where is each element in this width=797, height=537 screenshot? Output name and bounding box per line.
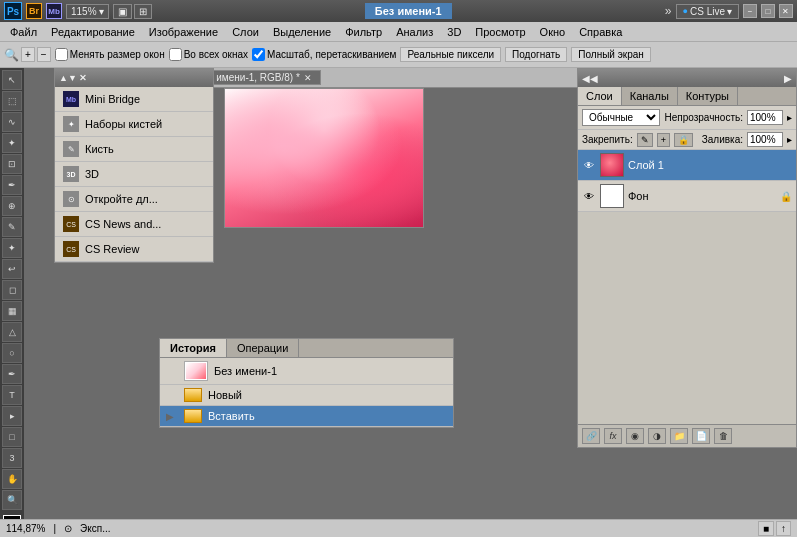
cs-live-dropdown[interactable]: ▾ (727, 6, 732, 17)
layer-thumb-rose-img (601, 154, 623, 176)
bridge-item-brush-sets[interactable]: ✦ Наборы кистей (55, 112, 213, 137)
layer-fx-button[interactable]: fx (604, 428, 622, 444)
tool-shape[interactable]: □ (2, 427, 22, 447)
tool-dodge[interactable]: ○ (2, 343, 22, 363)
tab-layers[interactable]: Слои (578, 87, 622, 105)
tool-history-brush[interactable]: ↩ (2, 259, 22, 279)
lock-pixels-icon[interactable]: ✎ (637, 133, 653, 147)
brush-sets-label: Наборы кистей (85, 118, 162, 130)
new-group-button[interactable]: 📁 (670, 428, 688, 444)
bridge-item-3d[interactable]: 3D 3D (55, 162, 213, 187)
tab-operations[interactable]: Операции (227, 339, 299, 357)
layer-mask-button[interactable]: ◉ (626, 428, 644, 444)
expand-arrow[interactable]: » (665, 4, 672, 18)
menu-filter[interactable]: Фильтр (339, 24, 388, 40)
menu-edit[interactable]: Редактирование (45, 24, 141, 40)
tool-eraser[interactable]: ◻ (2, 280, 22, 300)
tool-zoom[interactable]: 🔍 (2, 490, 22, 510)
tool-path-select[interactable]: ▸ (2, 406, 22, 426)
view-btn-2[interactable]: ⊞ (134, 4, 152, 19)
fill-scrubber[interactable]: ▸ (787, 134, 792, 145)
zoom-value: 115% (71, 6, 97, 17)
checkbox-all-windows[interactable]: Во всех окнах (169, 48, 248, 61)
tool-type[interactable]: T (2, 385, 22, 405)
bridge-item-open[interactable]: ⊙ Откройте дл... (55, 187, 213, 212)
zoom-control[interactable]: 115% ▾ (66, 4, 109, 19)
tool-hand[interactable]: ✋ (2, 469, 22, 489)
status-btn-2[interactable]: ↑ (776, 521, 791, 536)
tab-channels[interactable]: Каналы (622, 87, 678, 105)
minimize-button[interactable]: − (743, 4, 757, 18)
all-windows-checkbox[interactable] (169, 48, 182, 61)
bridge-item-mini-bridge[interactable]: Mb Mini Bridge (55, 87, 213, 112)
tool-pen[interactable]: ✒ (2, 364, 22, 384)
tool-lasso[interactable]: ∿ (2, 112, 22, 132)
tool-eyedropper[interactable]: ✒ (2, 175, 22, 195)
tool-marquee[interactable]: ⬚ (2, 91, 22, 111)
tool-3d[interactable]: 3 (2, 448, 22, 468)
checkbox-scrubby-zoom[interactable]: Масштаб, перетаскиванием (252, 48, 396, 61)
fullscreen-button[interactable]: Полный экран (571, 47, 651, 62)
layer-eye-0[interactable]: 👁 (582, 158, 596, 172)
scrubby-zoom-checkbox[interactable] (252, 48, 265, 61)
layer-eye-1[interactable]: 👁 (582, 189, 596, 203)
menu-select[interactable]: Выделение (267, 24, 337, 40)
cs-news-label: CS News and... (85, 218, 161, 230)
adjustment-button[interactable]: ◑ (648, 428, 666, 444)
link-layers-button[interactable]: 🔗 (582, 428, 600, 444)
delete-layer-button[interactable]: 🗑 (714, 428, 732, 444)
menu-help[interactable]: Справка (573, 24, 628, 40)
tool-clone[interactable]: ✦ (2, 238, 22, 258)
bridge-item-cs-news[interactable]: CS CS News and... (55, 212, 213, 237)
menu-window[interactable]: Окно (534, 24, 572, 40)
restore-button[interactable]: □ (761, 4, 775, 18)
tool-healing[interactable]: ⊕ (2, 196, 22, 216)
menu-analysis[interactable]: Анализ (390, 24, 439, 40)
tool-brush[interactable]: ✎ (2, 217, 22, 237)
zoom-out-icon[interactable]: − (37, 47, 51, 62)
layer-opacity-scrubber[interactable]: ▸ (787, 112, 792, 123)
layer-blend-select[interactable]: Обычные (582, 109, 660, 126)
layer-opacity-input[interactable] (747, 110, 783, 125)
cs-live-button[interactable]: ● CS Live ▾ (676, 4, 739, 19)
checkbox-resize-windows[interactable]: Менять размер окон (55, 48, 165, 61)
history-item-0[interactable]: Без имени-1 (160, 358, 453, 385)
menu-view[interactable]: Просмотр (469, 24, 531, 40)
new-layer-button[interactable]: 📄 (692, 428, 710, 444)
layer-item-1[interactable]: 👁 Фон 🔒 (578, 181, 796, 212)
tab-history[interactable]: История (160, 339, 227, 357)
tool-blur[interactable]: △ (2, 322, 22, 342)
tool-gradient[interactable]: ▦ (2, 301, 22, 321)
close-button[interactable]: ✕ (779, 4, 793, 18)
options-bar: 🔍 + − Менять размер окон Во всех окнах М… (0, 42, 797, 68)
lock-label: Закрепить: (582, 134, 633, 145)
menu-file[interactable]: Файл (4, 24, 43, 40)
layer-name-0: Слой 1 (628, 159, 792, 171)
zoom-dropdown-icon[interactable]: ▾ (99, 6, 104, 17)
resize-windows-checkbox[interactable] (55, 48, 68, 61)
zoom-in-icon[interactable]: + (21, 47, 35, 62)
main-layout: ↖ ⬚ ∿ ✦ ⊡ ✒ ⊕ ✎ ✦ ↩ ◻ ▦ △ ○ ✒ T ▸ □ 3 ✋ … (0, 68, 797, 537)
tab-paths[interactable]: Контуры (678, 87, 738, 105)
actual-pixels-button[interactable]: Реальные пиксели (400, 47, 501, 62)
tool-magic-wand[interactable]: ✦ (2, 133, 22, 153)
menu-3d[interactable]: 3D (441, 24, 467, 40)
bridge-item-brush[interactable]: ✎ Кисть (55, 137, 213, 162)
tool-move[interactable]: ↖ (2, 70, 22, 90)
layers-panel-collapse[interactable]: ◀◀ (582, 73, 598, 84)
bridge-item-cs-review[interactable]: CS CS Review (55, 237, 213, 262)
layer-item-0[interactable]: 👁 Слой 1 (578, 150, 796, 181)
history-item-1[interactable]: Новый (160, 385, 453, 406)
layer-fill-input[interactable] (747, 132, 783, 147)
menu-layers[interactable]: Слои (226, 24, 265, 40)
menu-image[interactable]: Изображение (143, 24, 224, 40)
lock-position-icon[interactable]: + (657, 133, 670, 147)
tool-crop[interactable]: ⊡ (2, 154, 22, 174)
lock-all-icon[interactable]: 🔒 (674, 133, 693, 147)
status-btn-1[interactable]: ■ (758, 521, 774, 536)
doc-tab-close[interactable]: ✕ (304, 73, 312, 83)
layers-panel-expand[interactable]: ▶ (784, 73, 792, 84)
history-item-2[interactable]: ▶ Вставить (160, 406, 453, 427)
view-btn-1[interactable]: ▣ (113, 4, 132, 19)
fit-button[interactable]: Подогнать (505, 47, 567, 62)
